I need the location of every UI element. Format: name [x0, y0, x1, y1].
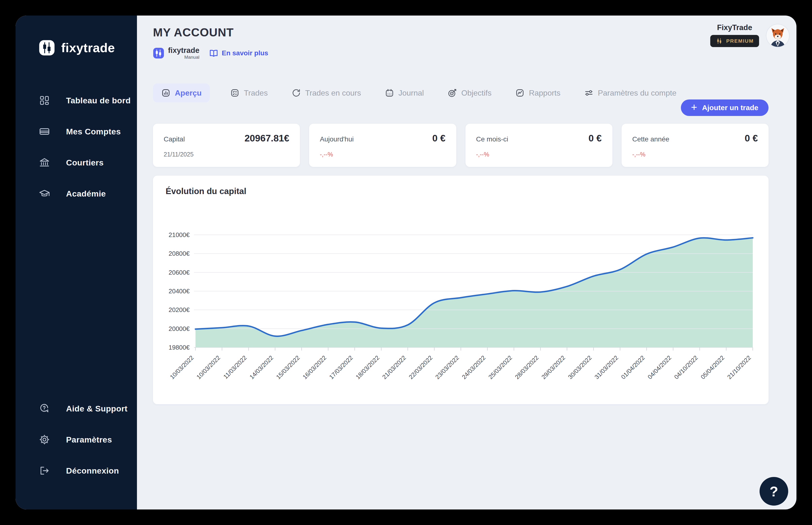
- settings-icon: [39, 434, 50, 445]
- svg-text:20200€: 20200€: [169, 306, 190, 313]
- tab-label: Aperçu: [175, 89, 202, 97]
- sidebar-item-academie[interactable]: Académie: [16, 178, 137, 209]
- sidebar-item-aide-support[interactable]: Aide & Support: [16, 393, 137, 424]
- tab-journal[interactable]: Journal: [381, 84, 427, 102]
- svg-text:21/03/2022: 21/03/2022: [381, 354, 407, 380]
- stat-label: Aujourd'hui: [320, 135, 353, 143]
- main-content: MY ACCOUNT fixytrade Manual: [137, 16, 796, 509]
- svg-text:16/03/2022: 16/03/2022: [301, 354, 328, 380]
- goals-icon: [448, 88, 457, 97]
- tab-label: Paramètres du compte: [598, 89, 677, 97]
- svg-text:11/03/2022: 11/03/2022: [222, 354, 248, 380]
- svg-text:05/04/2022: 05/04/2022: [699, 354, 726, 380]
- svg-text:20000€: 20000€: [169, 325, 190, 332]
- sidebar-item-deconnexion[interactable]: Déconnexion: [16, 455, 137, 486]
- tab-label: Journal: [398, 89, 424, 97]
- tab-parametres-du-compte[interactable]: Paramètres du compte: [581, 84, 680, 102]
- svg-text:20400€: 20400€: [169, 287, 190, 295]
- sidebar-footer-nav: Aide & Support Paramètres: [16, 393, 137, 486]
- sidebar-item-label: Mes Comptes: [66, 127, 121, 136]
- svg-text:10/03/2022: 10/03/2022: [195, 354, 221, 380]
- help-icon: [39, 403, 50, 414]
- add-trade-label: Ajouter un trade: [702, 104, 758, 112]
- avatar[interactable]: [766, 24, 789, 47]
- capital-evolution-card: Évolution du capital 19800€20000€20200€2…: [153, 176, 769, 404]
- sidebar-item-label: Déconnexion: [66, 466, 119, 476]
- svg-text:21000€: 21000€: [169, 231, 190, 239]
- page-title: MY ACCOUNT: [153, 26, 234, 39]
- svg-text:19800€: 19800€: [169, 344, 190, 351]
- tab-apercu[interactable]: Aperçu: [153, 84, 210, 102]
- journal-icon: [385, 88, 394, 97]
- svg-text:04/04/2022: 04/04/2022: [646, 354, 672, 380]
- stat-label: Cette année: [632, 135, 669, 143]
- sidebar-item-courtiers[interactable]: Courtiers: [16, 147, 137, 178]
- screenshot-frame: fixytrade Tableau de bord Mes Comptes: [0, 0, 812, 525]
- svg-text:17/03/2022: 17/03/2022: [328, 354, 354, 380]
- svg-text:14/03/2022: 14/03/2022: [248, 354, 274, 380]
- svg-text:29/03/2022: 29/03/2022: [540, 354, 566, 380]
- overview-icon: [161, 88, 171, 97]
- stat-value: 0 €: [432, 133, 445, 144]
- svg-text:04/10/2022: 04/10/2022: [673, 354, 699, 380]
- brand-name: fixytrade: [61, 41, 115, 55]
- stat-sub-percent: -,--%: [320, 151, 445, 158]
- help-button-label: ?: [769, 483, 778, 499]
- premium-badge[interactable]: PREMIUM: [710, 35, 759, 47]
- svg-text:21/10/2022: 21/10/2022: [726, 354, 752, 380]
- manual-brand-sub: Manual: [184, 55, 199, 59]
- sidebar-item-parametres[interactable]: Paramètres: [16, 424, 137, 455]
- book-icon: [209, 48, 218, 58]
- sidebar-item-label: Tableau de bord: [66, 96, 131, 105]
- tab-trades[interactable]: Trades: [227, 84, 271, 102]
- help-button[interactable]: ?: [759, 477, 788, 506]
- stat-value: 0 €: [745, 133, 758, 144]
- sidebar-item-mes-comptes[interactable]: Mes Comptes: [16, 116, 137, 147]
- premium-label: PREMIUM: [726, 38, 754, 44]
- stat-label: Capital: [164, 135, 185, 143]
- account-area: FixyTrade PREMIUM: [710, 23, 789, 47]
- sidebar: fixytrade Tableau de bord Mes Comptes: [16, 16, 137, 509]
- svg-text:01/04/2022: 01/04/2022: [620, 354, 646, 380]
- tab-label: Rapports: [529, 89, 561, 97]
- brokers-icon: [39, 157, 50, 168]
- learn-more-label: En savoir plus: [222, 49, 268, 57]
- svg-text:28/03/2022: 28/03/2022: [513, 354, 540, 380]
- academy-icon: [39, 188, 50, 199]
- fixytrade-manual-chip[interactable]: fixytrade Manual: [153, 47, 199, 59]
- tab-trades-en-cours[interactable]: Trades en cours: [288, 84, 364, 102]
- sidebar-item-label: Académie: [66, 189, 106, 198]
- svg-text:31/03/2022: 31/03/2022: [593, 354, 620, 380]
- add-trade-button[interactable]: + Ajouter un trade: [681, 100, 769, 116]
- sidebar-item-label: Courtiers: [66, 158, 104, 167]
- tab-bar: Aperçu Trades Trades en cours: [153, 84, 680, 102]
- stat-sub-date: 21/11/2025: [164, 151, 289, 158]
- fox-avatar-image: [766, 24, 789, 47]
- svg-text:22/03/2022: 22/03/2022: [407, 354, 434, 380]
- fixytrade-manual-logo-icon: [153, 47, 164, 59]
- account-settings-icon: [584, 88, 593, 97]
- app-window: fixytrade Tableau de bord Mes Comptes: [16, 16, 796, 509]
- tab-label: Objectifs: [461, 89, 492, 97]
- tab-rapports[interactable]: Rapports: [512, 84, 564, 102]
- svg-text:15/03/2022: 15/03/2022: [275, 354, 301, 380]
- stat-value: 0 €: [589, 133, 602, 144]
- open-trades-icon: [292, 88, 301, 97]
- tab-label: Trades en cours: [305, 89, 361, 97]
- manual-brand-block: fixytrade Manual: [168, 47, 199, 59]
- manual-brand-name: fixytrade: [168, 47, 199, 54]
- sidebar-item-tableau-de-bord[interactable]: Tableau de bord: [16, 85, 137, 116]
- tab-objectifs[interactable]: Objectifs: [444, 84, 495, 102]
- learn-more-link[interactable]: En savoir plus: [209, 48, 268, 58]
- stat-sub-percent: -,--%: [632, 151, 758, 158]
- svg-text:20600€: 20600€: [169, 269, 190, 276]
- trades-icon: [230, 88, 240, 97]
- stat-sub-percent: -,--%: [476, 151, 602, 158]
- sidebar-brand[interactable]: fixytrade: [39, 40, 115, 56]
- accounts-icon: [39, 126, 50, 137]
- stat-label: Ce mois-ci: [476, 135, 508, 143]
- svg-text:24/03/2022: 24/03/2022: [460, 354, 487, 380]
- sidebar-nav: Tableau de bord Mes Comptes: [16, 85, 137, 209]
- sidebar-item-label: Aide & Support: [66, 404, 128, 414]
- account-name: FixyTrade: [717, 23, 752, 32]
